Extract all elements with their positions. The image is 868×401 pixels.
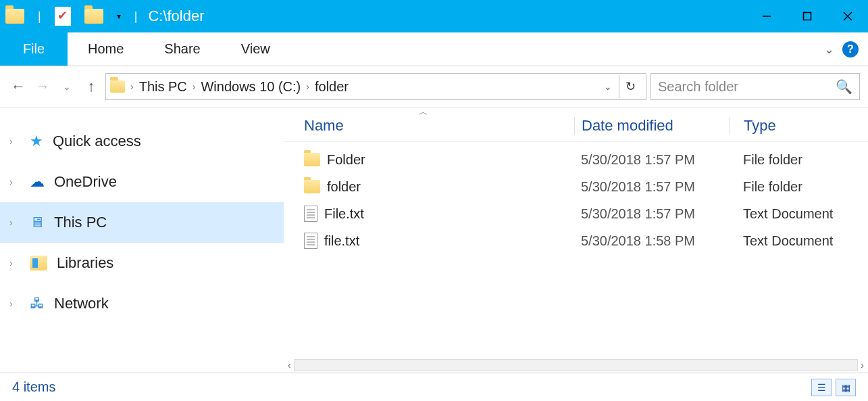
qat-separator: | — [38, 9, 41, 24]
title-bar: | ▾ | C:\folder — [0, 0, 868, 32]
chevron-right-icon[interactable]: › — [306, 81, 309, 92]
nav-network[interactable]: › 🖧 Network — [0, 283, 284, 324]
nav-libraries[interactable]: › Libraries — [0, 243, 284, 283]
nav-label: OneDrive — [54, 173, 117, 191]
details-view-button[interactable]: ☰ — [811, 379, 832, 396]
scroll-right-icon[interactable]: › — [861, 360, 864, 371]
qat-separator-2: | — [134, 9, 138, 24]
nav-label: Quick access — [53, 133, 141, 150]
list-item[interactable]: file.txt 5/30/2018 1:58 PM Text Document — [304, 227, 868, 254]
sort-asc-icon: ︿ — [419, 107, 428, 116]
folder-icon — [304, 153, 320, 166]
tab-home[interactable]: Home — [68, 32, 144, 66]
nav-label: Network — [54, 295, 109, 312]
item-name: Folder — [327, 152, 365, 168]
list-item[interactable]: folder 5/30/2018 1:57 PM File folder — [304, 173, 868, 200]
refresh-button[interactable]: ↻ — [619, 75, 642, 98]
navigation-pane: › ★ Quick access › ☁ OneDrive › 🖥 This P… — [0, 108, 284, 373]
nav-this-pc[interactable]: › 🖥 This PC — [0, 202, 284, 243]
tab-view[interactable]: View — [221, 32, 290, 66]
item-date: 5/30/2018 1:57 PM — [574, 152, 730, 168]
libraries-icon — [30, 256, 47, 270]
column-date[interactable]: Date modified — [574, 117, 730, 135]
column-headers: Name Date modified Type — [284, 108, 868, 142]
item-date: 5/30/2018 1:57 PM — [574, 179, 730, 195]
close-button[interactable] — [827, 0, 868, 32]
nav-onedrive[interactable]: › ☁ OneDrive — [0, 162, 284, 202]
list-item[interactable]: File.txt 5/30/2018 1:57 PM Text Document — [304, 200, 868, 227]
folder-icon — [5, 9, 24, 24]
item-name: folder — [327, 179, 361, 195]
column-type[interactable]: Type — [730, 117, 868, 135]
maximize-button[interactable] — [787, 0, 827, 32]
scroll-track[interactable] — [294, 359, 859, 371]
file-rows: Folder 5/30/2018 1:57 PM File folder fol… — [284, 142, 868, 254]
thumbnails-view-button[interactable]: ▦ — [836, 379, 856, 396]
forward-button[interactable]: → — [32, 78, 53, 95]
help-icon[interactable]: ? — [842, 41, 859, 57]
ribbon: File Home Share View ⌄ ? — [0, 32, 868, 66]
search-input[interactable]: Search folder 🔍 — [650, 73, 860, 100]
properties-icon[interactable] — [55, 7, 71, 26]
breadcrumb-drive[interactable]: Windows 10 (C:) — [201, 79, 301, 95]
file-icon — [304, 206, 317, 222]
file-list-pane: ︿ Name Date modified Type Folder 5/30/20… — [284, 108, 868, 373]
status-bar: 4 items ☰ ▦ — [0, 373, 868, 401]
file-tab[interactable]: File — [0, 32, 68, 66]
item-type: File folder — [730, 179, 868, 195]
cloud-icon: ☁ — [30, 173, 45, 191]
file-icon — [304, 233, 317, 249]
item-date: 5/30/2018 1:57 PM — [574, 206, 730, 222]
back-button[interactable]: ← — [8, 78, 28, 95]
folder-icon — [304, 180, 320, 193]
expand-icon[interactable]: › — [9, 298, 20, 309]
item-date: 5/30/2018 1:58 PM — [574, 233, 730, 249]
nav-label: Libraries — [57, 254, 113, 272]
window-title: C:\folder — [148, 7, 204, 25]
address-bar[interactable]: › This PC › Windows 10 (C:) › folder ⌄ ↻ — [105, 73, 646, 100]
horizontal-scrollbar[interactable]: ‹ › — [284, 358, 868, 373]
item-type: Text Document — [730, 233, 868, 249]
item-name: File.txt — [324, 206, 364, 222]
address-dropdown-icon[interactable]: ⌄ — [604, 81, 612, 92]
network-icon: 🖧 — [30, 295, 45, 312]
item-count: 4 items — [12, 379, 55, 395]
search-placeholder: Search folder — [658, 79, 738, 95]
chevron-right-icon[interactable]: › — [193, 81, 196, 92]
search-icon: 🔍 — [836, 78, 852, 95]
expand-icon[interactable]: › — [9, 136, 20, 147]
column-name[interactable]: Name — [304, 117, 574, 135]
qat-dropdown-icon[interactable]: ▾ — [117, 11, 121, 21]
ribbon-expand-icon[interactable]: ⌄ — [824, 42, 834, 57]
expand-icon[interactable]: › — [9, 258, 20, 268]
nav-quick-access[interactable]: › ★ Quick access — [0, 121, 284, 162]
chevron-right-icon[interactable]: › — [130, 81, 134, 92]
nav-label: This PC — [54, 214, 107, 231]
new-folder-icon[interactable] — [84, 9, 103, 24]
minimize-button[interactable] — [746, 0, 787, 32]
breadcrumb-folder[interactable]: folder — [315, 79, 349, 95]
tab-share[interactable]: Share — [144, 32, 220, 66]
folder-icon — [110, 80, 125, 93]
scroll-left-icon[interactable]: ‹ — [288, 360, 291, 371]
star-icon: ★ — [30, 133, 43, 150]
main-area: › ★ Quick access › ☁ OneDrive › 🖥 This P… — [0, 107, 868, 373]
navigation-row: ← → ⌄ ↑ › This PC › Windows 10 (C:) › fo… — [0, 66, 868, 107]
item-type: Text Document — [730, 206, 868, 222]
expand-icon[interactable]: › — [9, 217, 20, 228]
svg-rect-1 — [804, 13, 811, 20]
expand-icon[interactable]: › — [9, 176, 20, 187]
item-name: file.txt — [324, 233, 359, 249]
up-button[interactable]: ↑ — [81, 78, 101, 95]
list-item[interactable]: Folder 5/30/2018 1:57 PM File folder — [304, 146, 868, 173]
recent-locations-button[interactable]: ⌄ — [57, 81, 77, 92]
breadcrumb-this-pc[interactable]: This PC — [139, 79, 187, 95]
monitor-icon: 🖥 — [30, 214, 45, 231]
item-type: File folder — [730, 152, 868, 168]
